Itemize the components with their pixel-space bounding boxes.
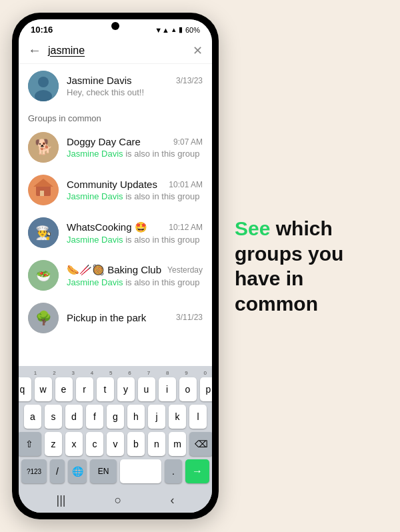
keyboard-row-4: ?123 / 🌐 EN . → bbox=[21, 459, 209, 483]
key-s[interactable]: s bbox=[45, 405, 62, 429]
search-bar: ← jasmine ✕ bbox=[19, 37, 212, 64]
key-n[interactable]: n bbox=[148, 432, 165, 456]
wifi-icon: ▴ bbox=[172, 25, 176, 34]
avatar: 🌳 bbox=[28, 303, 59, 333]
svg-text:🐕: 🐕 bbox=[35, 138, 53, 156]
key-e[interactable]: e bbox=[55, 377, 73, 401]
avatar: 👨‍🍳 bbox=[28, 217, 59, 248]
clear-button[interactable]: ✕ bbox=[193, 43, 203, 58]
camera-notch bbox=[111, 22, 119, 30]
group-header: 🌭🥢🥘 Baking Club Yesterday bbox=[67, 264, 203, 276]
key-u[interactable]: u bbox=[138, 377, 155, 401]
list-item[interactable]: 👨‍🍳 WhatsCooking 🤩 10:12 AM Jasmine Davi… bbox=[19, 211, 212, 254]
message-preview: Hey, check this out!! bbox=[67, 87, 203, 97]
globe-key[interactable]: 🌐 bbox=[68, 459, 87, 483]
key-j[interactable]: j bbox=[148, 405, 165, 429]
avatar: 🥗 bbox=[28, 260, 59, 291]
slash-key[interactable]: / bbox=[50, 459, 65, 483]
group-common-text: Jasmine Davis is also in this group bbox=[67, 149, 203, 159]
lang-key[interactable]: EN bbox=[90, 459, 117, 483]
group-text: WhatsCooking 🤩 10:12 AM Jasmine Davis is… bbox=[67, 221, 203, 245]
promo-text: See which groups you have in common bbox=[235, 216, 384, 316]
keyboard-row-2: a s d f g h j k l bbox=[21, 405, 209, 429]
svg-text:🌳: 🌳 bbox=[35, 310, 52, 326]
key-a[interactable]: a bbox=[24, 405, 41, 429]
key-i[interactable]: i bbox=[159, 377, 176, 401]
key-h[interactable]: h bbox=[127, 405, 145, 429]
avatar bbox=[28, 175, 59, 205]
group-time: 10:12 AM bbox=[169, 223, 203, 232]
list-item[interactable]: 🐕 Doggy Day Care 9:07 AM Jasmine Davis i… bbox=[19, 126, 212, 169]
promo-area: See which groups you have in common bbox=[219, 203, 400, 329]
key-p[interactable]: p bbox=[200, 377, 213, 401]
delete-key[interactable]: ⌫ bbox=[189, 432, 212, 456]
battery-percent: 60% bbox=[185, 26, 200, 34]
group-name: Doggy Day Care bbox=[67, 136, 141, 147]
list-item[interactable]: 🌳 Pickup in the park 3/11/23 bbox=[19, 297, 212, 339]
key-d[interactable]: d bbox=[65, 405, 83, 429]
key-b[interactable]: b bbox=[127, 432, 145, 456]
nav-recents-button[interactable]: ‹ bbox=[170, 493, 174, 507]
svg-point-1 bbox=[38, 77, 49, 87]
group-name: Pickup in the park bbox=[67, 312, 146, 323]
list-item[interactable]: 🥗 🌭🥢🥘 Baking Club Yesterday Jasmine Davi… bbox=[19, 254, 212, 297]
promo-see: See bbox=[235, 217, 270, 239]
space-key[interactable] bbox=[120, 459, 161, 483]
message-header: Jasmine Davis 3/13/23 bbox=[67, 75, 203, 86]
key-o[interactable]: o bbox=[179, 377, 197, 401]
num-key[interactable]: ?123 bbox=[21, 459, 47, 483]
key-q[interactable]: q bbox=[19, 377, 31, 401]
group-time: 10:01 AM bbox=[169, 180, 203, 189]
contact-name: Jasmine Davis bbox=[67, 75, 132, 86]
key-y[interactable]: y bbox=[117, 377, 135, 401]
group-name: WhatsCooking 🤩 bbox=[67, 221, 147, 233]
key-l[interactable]: l bbox=[189, 405, 207, 429]
key-g[interactable]: g bbox=[107, 405, 124, 429]
key-r[interactable]: r bbox=[76, 377, 93, 401]
group-name: Community Updates bbox=[67, 179, 157, 190]
common-contact-name: Jasmine Davis bbox=[67, 191, 123, 201]
phone-frame: 10:16 ▼▲ ▴ ▮ 60% ← jasmine ✕ bbox=[12, 13, 219, 519]
key-z[interactable]: z bbox=[45, 432, 62, 456]
content-area: Jasmine Davis 3/13/23 Hey, check this ou… bbox=[19, 64, 212, 513]
group-common-text: Jasmine Davis is also in this group bbox=[67, 191, 203, 201]
page-container: 10:16 ▼▲ ▴ ▮ 60% ← jasmine ✕ bbox=[0, 0, 400, 532]
status-icons: ▼▲ ▴ ▮ 60% bbox=[155, 25, 200, 34]
keyboard[interactable]: 1 2 3 4 5 6 7 8 9 0 q w bbox=[19, 366, 212, 489]
direct-message-item[interactable]: Jasmine Davis 3/13/23 Hey, check this ou… bbox=[19, 64, 212, 108]
key-x[interactable]: x bbox=[65, 432, 83, 456]
key-f[interactable]: f bbox=[86, 405, 103, 429]
group-text: Doggy Day Care 9:07 AM Jasmine Davis is … bbox=[67, 136, 203, 159]
shift-key[interactable]: ⇧ bbox=[19, 432, 41, 456]
svg-text:👨‍🍳: 👨‍🍳 bbox=[35, 225, 52, 241]
keyboard-row-1: q w e r t y u i o p bbox=[21, 377, 209, 401]
period-key[interactable]: . bbox=[165, 459, 182, 483]
key-k[interactable]: k bbox=[169, 405, 186, 429]
key-m[interactable]: m bbox=[169, 432, 186, 456]
message-date: 3/13/23 bbox=[176, 76, 203, 85]
group-common-text: Jasmine Davis is also in this group bbox=[67, 277, 203, 287]
group-text: 🌭🥢🥘 Baking Club Yesterday Jasmine Davis … bbox=[67, 264, 203, 287]
common-contact-name: Jasmine Davis bbox=[67, 277, 123, 287]
common-suffix: is also in this group bbox=[125, 191, 199, 201]
group-text: Pickup in the park 3/11/23 bbox=[67, 312, 203, 325]
group-header: Pickup in the park 3/11/23 bbox=[67, 312, 203, 323]
common-suffix: is also in this group bbox=[125, 277, 199, 287]
status-time: 10:16 bbox=[31, 25, 53, 35]
group-text: Community Updates 10:01 AM Jasmine Davis… bbox=[67, 179, 203, 201]
key-t[interactable]: t bbox=[97, 377, 114, 401]
key-v[interactable]: v bbox=[107, 432, 124, 456]
list-item[interactable]: Community Updates 10:01 AM Jasmine Davis… bbox=[19, 169, 212, 211]
signal-icon: ▼▲ bbox=[155, 26, 169, 34]
back-button[interactable]: ← bbox=[28, 43, 41, 58]
search-input[interactable]: jasmine bbox=[48, 45, 186, 57]
enter-key[interactable]: → bbox=[185, 459, 209, 483]
key-c[interactable]: c bbox=[86, 432, 103, 456]
message-text: Jasmine Davis 3/13/23 Hey, check this ou… bbox=[67, 75, 203, 97]
common-suffix: is also in this group bbox=[125, 149, 199, 159]
svg-text:🥗: 🥗 bbox=[36, 269, 51, 283]
nav-home-button[interactable]: ○ bbox=[115, 493, 122, 507]
common-contact-name: Jasmine Davis bbox=[67, 149, 123, 159]
nav-back-button[interactable]: ||| bbox=[57, 493, 66, 507]
key-w[interactable]: w bbox=[35, 377, 52, 401]
